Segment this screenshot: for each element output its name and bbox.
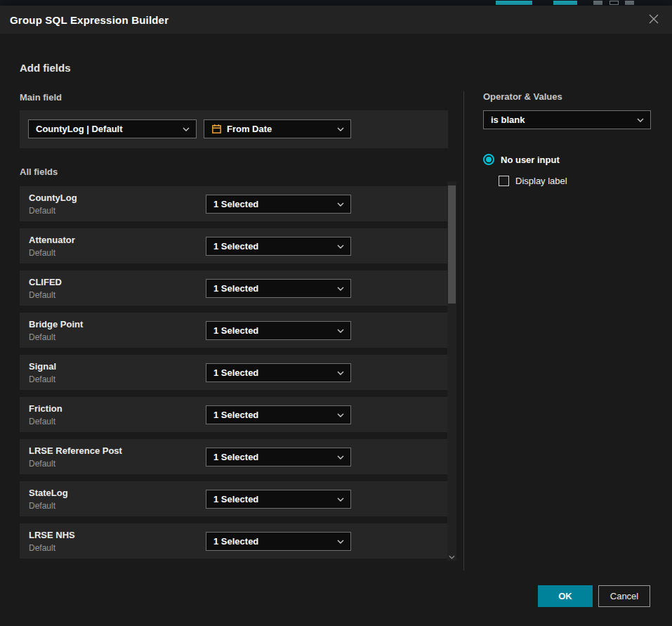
field-row: CLIFED Default 1 Selected xyxy=(20,270,448,306)
dropdown-value: 1 Selected xyxy=(213,410,258,420)
field-layer-label: Default xyxy=(29,417,55,426)
display-label-checkbox[interactable]: Display label xyxy=(499,176,567,186)
radio-selected-icon xyxy=(483,154,494,165)
chevron-down-icon xyxy=(337,497,344,502)
chevron-down-icon xyxy=(337,455,344,459)
field-name: Friction xyxy=(29,403,62,414)
sql-expression-builder-dialog: Group SQL Expression Builder Add fields … xyxy=(0,6,672,626)
chevron-down-icon xyxy=(337,413,344,417)
field-name: LRSE NHS xyxy=(29,530,75,540)
chevron-down-icon xyxy=(337,202,344,207)
field-selected-dropdown[interactable]: 1 Selected xyxy=(206,490,351,509)
field-layer-label: Default xyxy=(29,501,55,511)
field-selected-dropdown[interactable]: 1 Selected xyxy=(206,237,351,256)
field-row: Attenuator Default 1 Selected xyxy=(20,228,448,263)
checkbox-unchecked-icon xyxy=(499,176,509,186)
field-layer-label: Default xyxy=(29,459,55,469)
field-layer-label: Default xyxy=(29,332,55,342)
field-name: LRSE Reference Post xyxy=(29,445,122,456)
dropdown-value: 1 Selected xyxy=(213,536,258,547)
scroll-down-icon[interactable] xyxy=(448,555,456,559)
dropdown-value: 1 Selected xyxy=(213,494,258,504)
dropdown-value: CountyLog | Default xyxy=(36,124,123,134)
dropdown-value: is blank xyxy=(491,115,525,125)
dialog-header: Group SQL Expression Builder xyxy=(0,6,672,34)
field-row: Bridge Point Default 1 Selected xyxy=(20,313,448,348)
chevron-down-icon xyxy=(337,244,344,249)
dropdown-value: 1 Selected xyxy=(213,452,258,462)
field-name: Bridge Point xyxy=(29,319,83,330)
all-fields-label: All fields xyxy=(20,167,58,177)
operator-values-heading: Operator & Values xyxy=(483,91,562,102)
no-user-input-radio[interactable]: No user input xyxy=(483,154,560,165)
field-row: Signal Default 1 Selected xyxy=(20,355,448,390)
field-selected-dropdown[interactable]: 1 Selected xyxy=(206,448,351,467)
dropdown-value: 1 Selected xyxy=(213,283,258,294)
field-name: CountyLog xyxy=(29,193,77,203)
operator-dropdown[interactable]: is blank xyxy=(483,110,651,129)
background-app-fragment xyxy=(610,1,619,5)
background-app-fragment xyxy=(496,1,532,5)
field-layer-label: Default xyxy=(29,543,55,553)
field-row: Friction Default 1 Selected xyxy=(20,397,448,432)
chevron-down-icon xyxy=(337,540,344,544)
field-layer-label: Default xyxy=(29,290,55,300)
chevron-down-icon xyxy=(337,127,344,131)
add-fields-heading: Add fields xyxy=(20,62,71,74)
panel-divider xyxy=(463,91,464,570)
background-app-fragment xyxy=(593,1,602,5)
dropdown-value: 1 Selected xyxy=(213,367,258,378)
radio-label: No user input xyxy=(501,155,560,165)
dropdown-value: 1 Selected xyxy=(213,199,258,209)
field-row: LRSE NHS Default 1 Selected xyxy=(20,523,448,559)
close-button[interactable] xyxy=(645,11,662,28)
chevron-down-icon xyxy=(337,371,344,375)
field-layer-label: Default xyxy=(29,206,55,216)
all-fields-list: CountyLog Default 1 Selected Attenuator … xyxy=(20,186,448,566)
cancel-button[interactable]: Cancel xyxy=(598,585,650,607)
chevron-down-icon xyxy=(183,127,190,131)
field-selected-dropdown[interactable]: 1 Selected xyxy=(206,279,351,298)
field-name: Signal xyxy=(29,361,56,372)
background-app-fragment xyxy=(625,1,634,5)
dialog-title: Group SQL Expression Builder xyxy=(10,14,169,26)
scrollbar[interactable] xyxy=(447,181,456,561)
field-row: LRSE Reference Post Default 1 Selected xyxy=(20,439,448,474)
main-field-label: Main field xyxy=(20,92,62,103)
background-app-strip xyxy=(0,0,672,6)
main-field-source-dropdown[interactable]: CountyLog | Default xyxy=(28,119,197,138)
field-layer-label: Default xyxy=(29,248,55,258)
scrollbar-thumb[interactable] xyxy=(448,185,456,304)
ok-button[interactable]: OK xyxy=(538,585,593,607)
dropdown-value: 1 Selected xyxy=(213,241,258,252)
chevron-down-icon xyxy=(337,287,344,291)
chevron-down-icon xyxy=(637,118,644,122)
field-selected-dropdown[interactable]: 1 Selected xyxy=(206,195,351,214)
background-app-fragment xyxy=(553,1,577,5)
calendar-icon xyxy=(211,124,222,134)
main-field-panel: CountyLog | Default From Date xyxy=(20,110,448,148)
field-row: StateLog Default 1 Selected xyxy=(20,481,448,516)
main-field-field-dropdown[interactable]: From Date xyxy=(204,119,351,138)
field-row: CountyLog Default 1 Selected xyxy=(20,186,448,221)
dropdown-value: From Date xyxy=(227,124,272,134)
field-selected-dropdown[interactable]: 1 Selected xyxy=(206,532,351,551)
field-name: StateLog xyxy=(29,488,68,498)
checkbox-label: Display label xyxy=(515,176,567,186)
close-icon xyxy=(649,14,659,26)
field-layer-label: Default xyxy=(29,374,55,384)
field-selected-dropdown[interactable]: 1 Selected xyxy=(206,405,351,424)
field-selected-dropdown[interactable]: 1 Selected xyxy=(206,321,351,340)
field-selected-dropdown[interactable]: 1 Selected xyxy=(206,363,351,382)
chevron-down-icon xyxy=(337,329,344,333)
field-name: Attenuator xyxy=(29,235,75,245)
dropdown-value: 1 Selected xyxy=(213,325,258,336)
field-name: CLIFED xyxy=(29,277,62,287)
